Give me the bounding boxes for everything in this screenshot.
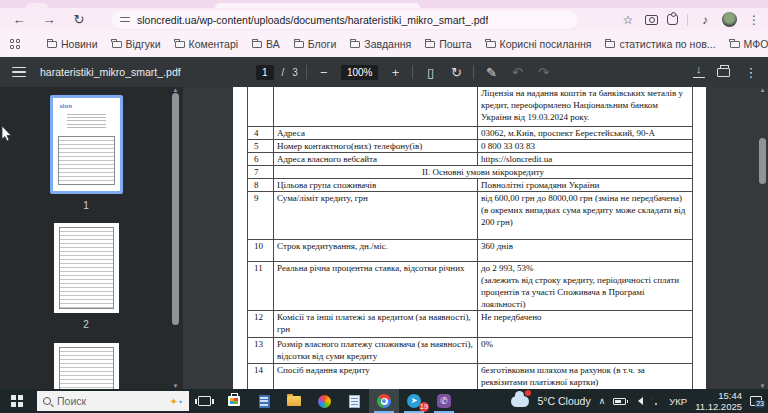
media-controls-icon[interactable]: ♪ (697, 13, 713, 27)
notification-badge: 23 (755, 400, 765, 408)
folder-icon (294, 41, 304, 48)
clock[interactable]: 15:44 11.12.2025 (695, 390, 742, 412)
redo-icon[interactable]: ↷ (534, 65, 552, 80)
annotate-pen-icon[interactable]: ✎ (482, 65, 500, 80)
row-label: Сума/ліміт кредиту, грн (274, 191, 478, 239)
extensions-icon[interactable] (667, 14, 678, 25)
thumbnail-sidebar: slon123 ▲ ▼ (0, 87, 183, 389)
zoom-level-input[interactable]: 100% (341, 65, 379, 80)
hidden-icons-chevron[interactable]: ∧ (599, 396, 606, 406)
pdf-menu-icon[interactable] (12, 64, 26, 81)
bookmark-item[interactable]: Корисні посилання (486, 38, 592, 50)
address-bar[interactable]: sloncredit.ua/wp-content/uploads/documen… (112, 11, 577, 29)
bookmark-item[interactable]: Пошта (425, 38, 471, 50)
speaker-icon[interactable] (634, 397, 643, 405)
thumbnail-item: slon1 (0, 95, 172, 211)
network-icon[interactable] (651, 398, 661, 405)
copilot-icon (318, 395, 331, 408)
bookmark-item[interactable]: Відгуки (112, 38, 161, 50)
tab-strip (0, 0, 768, 8)
apps-grid-icon[interactable] (10, 39, 20, 49)
zoom-out-button[interactable]: − (315, 65, 333, 80)
bookmark-label: Блоги (308, 38, 337, 50)
taskbar-search-input[interactable]: Поиск ✦ ✦ (37, 391, 189, 411)
fit-page-icon[interactable]: ▯ (421, 65, 439, 80)
bookmark-star-icon[interactable]: ☆ (620, 13, 636, 27)
windows-taskbar: Поиск ✦ ✦ ➤ 19 ✆ 5°C Cloudy ∧ УКР 15:44 … (0, 389, 768, 413)
bookmark-label: Завдання (364, 38, 411, 50)
chrome-button[interactable] (369, 389, 399, 413)
site-info-icon[interactable] (120, 16, 130, 24)
pdf-more-menu-icon[interactable]: ⋮ (742, 65, 760, 80)
file-explorer-button[interactable] (279, 389, 309, 413)
pdf-content-area: slon123 ▲ ▼ Ліцензія на надання коштів т… (0, 87, 768, 389)
main-scroll-thumb[interactable] (759, 138, 766, 184)
main-scroll-up-icon[interactable]: ▲ (758, 87, 767, 93)
profile-avatar[interactable] (722, 12, 737, 27)
download-icon[interactable] (693, 66, 705, 78)
bookmark-item[interactable]: Коментарі (175, 38, 239, 50)
main-scrollbar[interactable]: ▲ ▼ (758, 87, 767, 389)
print-icon[interactable] (717, 68, 730, 77)
mouse-cursor (1, 125, 13, 143)
table-row: 12Комісії та інші платежі за кредитом (з… (248, 310, 693, 337)
battery-icon[interactable] (613, 398, 626, 405)
bookmark-item[interactable]: статистика по нов... (605, 38, 715, 50)
back-button[interactable]: ← (8, 10, 30, 30)
undo-icon[interactable]: ↶ (508, 65, 526, 80)
bookmark-list: НовиниВідгукиКоментаріВАБлогиЗавданняПош… (40, 38, 768, 50)
language-indicator[interactable]: УКР (669, 396, 687, 407)
bookmark-label: ВА (266, 38, 280, 50)
pdf-filename: harateristiki_mikro_smart_.pdf (40, 66, 181, 78)
microsoft-store-button[interactable] (219, 389, 249, 413)
bookmark-item[interactable]: МФО (730, 38, 768, 50)
page-thumbnail-2[interactable] (54, 223, 119, 313)
row-number: 9 (248, 191, 274, 239)
reload-button[interactable]: ↻ (68, 10, 90, 30)
pdf-toolbar: harateristiki_mikro_smart_.pdf 1 / 3 − 1… (0, 57, 768, 87)
calculator-icon (259, 395, 270, 408)
browser-menu-icon[interactable]: ⋮ (746, 13, 762, 27)
row-label: Номер контактного(них) телефону(ів) (274, 139, 478, 152)
calculator-button[interactable] (249, 389, 279, 413)
action-center-icon[interactable]: 23 (750, 396, 762, 406)
rotate-icon[interactable]: ↻ (447, 65, 465, 80)
url-text[interactable]: sloncredit.ua/wp-content/uploads/documen… (137, 14, 488, 26)
pdf-table-body: Ліцензія на надання коштів та банківськи… (248, 87, 693, 389)
weather-text[interactable]: 5°C Cloudy (537, 395, 590, 407)
file-explorer-icon (287, 396, 301, 406)
page-number-input[interactable]: 1 (256, 65, 274, 80)
task-view-icon (198, 396, 211, 406)
zoom-in-button[interactable]: + (386, 65, 404, 80)
sidebar-scrollbar[interactable]: ▲ ▼ (171, 87, 180, 389)
browser-window: ← → ↻ sloncredit.ua/wp-content/uploads/d… (0, 0, 768, 413)
tray-time: 15:44 (718, 390, 742, 401)
row-value: 03062, м.Київ, проспект Берестейський, 9… (478, 126, 693, 139)
viber-button[interactable]: ✆ (429, 389, 459, 413)
start-button[interactable] (0, 389, 34, 413)
row-value: до 2 993, 53% (залежить від строку креди… (478, 261, 693, 310)
table-row: 5Номер контактного(них) телефону(ів)0 80… (248, 139, 693, 152)
forward-button[interactable]: → (38, 10, 60, 30)
table-row: 8Цільова група споживачівПовнолітні гром… (248, 178, 693, 191)
row-number: 7 (248, 165, 274, 178)
camera-extension-icon[interactable] (645, 15, 658, 25)
task-view-button[interactable] (189, 389, 219, 413)
telegram-button[interactable]: ➤ 19 (399, 389, 429, 413)
weather-icon[interactable] (511, 396, 529, 407)
sidebar-scroll-thumb[interactable] (172, 93, 179, 325)
bookmark-item[interactable]: Блоги (294, 38, 337, 50)
row-value: Не передбачено (478, 310, 693, 337)
page-thumbnail-1[interactable]: slon (53, 98, 120, 191)
row-label (274, 87, 478, 126)
notepad-button[interactable] (339, 389, 369, 413)
folder-icon (47, 41, 57, 48)
bookmark-item[interactable]: ВА (252, 38, 280, 50)
row-value: Ліцензія на надання коштів та банківськи… (478, 87, 693, 126)
search-placeholder: Поиск (57, 395, 170, 407)
search-highlights-icon[interactable]: ✦ (170, 396, 178, 407)
copilot-button[interactable] (309, 389, 339, 413)
bookmark-item[interactable]: Новини (47, 38, 98, 50)
windows-logo-icon (11, 395, 23, 407)
bookmark-item[interactable]: Завдання (350, 38, 411, 50)
